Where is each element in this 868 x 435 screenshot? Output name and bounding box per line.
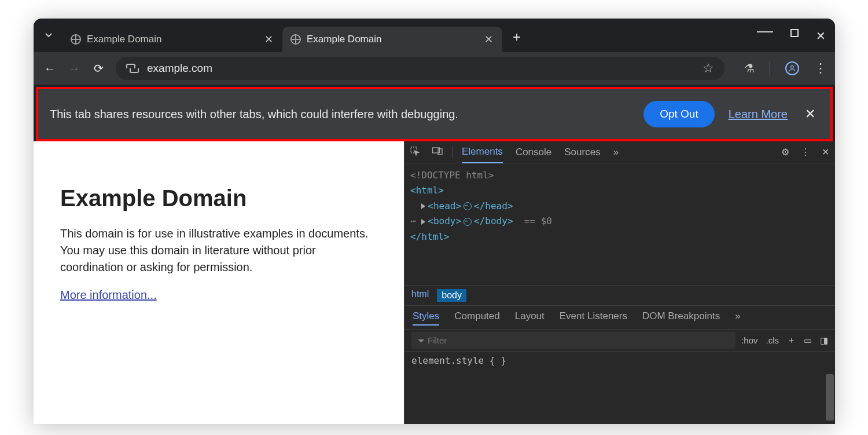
devtools-tab-sources[interactable]: Sources	[564, 142, 600, 163]
close-infobar-button[interactable]: ✕	[801, 107, 819, 122]
back-button[interactable]: ←	[43, 62, 57, 75]
bookmark-star-icon[interactable]: ☆	[703, 61, 714, 76]
tab-title: Example Domain	[87, 34, 161, 45]
omnibox[interactable]: example.com ☆	[116, 57, 724, 80]
debugging-infobar: This tab shares resources with other tab…	[38, 89, 830, 139]
styles-sub-tabs: Styles Computed Layout Event Listeners D…	[404, 306, 835, 330]
toolbar-divider	[770, 61, 770, 76]
crumb-html[interactable]: html	[411, 289, 429, 302]
dom-tree[interactable]: <!DOCTYPE html> <html> <head></head> ⋯ <…	[404, 163, 835, 285]
content-area: Example Domain This domain is for use in…	[34, 141, 835, 424]
globe-icon	[71, 34, 81, 45]
dom-doctype: <!DOCTYPE html>	[410, 170, 494, 181]
styles-filter-row: ⏷ :hov .cls ＋ ▭ ◨	[404, 330, 835, 352]
subtab-computed[interactable]: Computed	[454, 310, 499, 326]
devtools-settings-icon[interactable]: ⚙	[781, 147, 789, 158]
minimize-button[interactable]: —	[757, 29, 773, 43]
svg-point-0	[791, 65, 794, 68]
devtools-tabs: Elements Console Sources » ⚙ ⋮ ✕	[404, 141, 835, 163]
toolbar: ← → ⟳ example.com ☆ ⚗ ⋮	[34, 52, 835, 85]
subtabs-overflow[interactable]: »	[735, 310, 740, 326]
expand-triangle-icon[interactable]	[421, 219, 425, 225]
learn-more-link[interactable]: Learn More	[729, 108, 788, 121]
cls-toggle[interactable]: .cls	[766, 335, 779, 345]
device-toolbar-icon[interactable]	[432, 147, 443, 157]
inspect-element-icon[interactable]	[410, 147, 420, 158]
ellipsis-icon[interactable]	[464, 202, 472, 210]
reload-button[interactable]: ⟳	[91, 61, 105, 75]
svg-rect-3	[438, 149, 442, 155]
globe-icon	[290, 34, 301, 45]
devtools-panel: Elements Console Sources » ⚙ ⋮ ✕ <!DOCTY…	[404, 141, 835, 424]
tab-strip: Example Domain ✕ Example Domain ✕ + — ✕	[34, 19, 835, 52]
subtab-event-listeners[interactable]: Event Listeners	[560, 310, 627, 326]
ellipsis-icon[interactable]	[464, 218, 472, 226]
devtools-tab-console[interactable]: Console	[516, 142, 551, 163]
devtools-tab-elements[interactable]: Elements	[462, 141, 503, 163]
more-information-link[interactable]: More information...	[60, 288, 157, 301]
crumb-body[interactable]: body	[437, 289, 466, 302]
page-content: Example Domain This domain is for use in…	[34, 141, 404, 424]
hov-toggle[interactable]: :hov	[741, 335, 757, 345]
dom-breadcrumb: html body	[404, 285, 835, 306]
profile-button[interactable]	[785, 61, 799, 75]
experiments-icon[interactable]: ⚗	[744, 61, 755, 75]
filter-icon: ⏷	[417, 336, 425, 345]
expand-triangle-icon[interactable]	[421, 203, 425, 209]
tab-title: Example Domain	[307, 34, 381, 45]
tab-1[interactable]: Example Domain ✕	[282, 27, 502, 52]
infobar-message: This tab shares resources with other tab…	[50, 108, 630, 121]
new-style-rule-icon[interactable]: ＋	[787, 335, 796, 346]
subtab-styles[interactable]: Styles	[413, 310, 439, 326]
devtools-close-icon[interactable]: ✕	[822, 147, 829, 158]
site-settings-icon[interactable]	[126, 64, 139, 73]
subtab-dom-breakpoints[interactable]: DOM Breakpoints	[642, 310, 720, 326]
toggle-sidebar-icon[interactable]: ◨	[820, 335, 828, 346]
forward-button[interactable]: →	[67, 62, 81, 75]
more-menu-button[interactable]: ⋮	[814, 61, 826, 76]
close-window-button[interactable]: ✕	[816, 29, 826, 43]
subtab-layout[interactable]: Layout	[515, 310, 545, 326]
window-controls: — ✕	[757, 29, 826, 43]
devtools-tabs-overflow[interactable]: »	[613, 142, 619, 163]
opt-out-button[interactable]: Opt Out	[643, 101, 715, 127]
tab-0[interactable]: Example Domain ✕	[62, 27, 282, 52]
close-tab-button[interactable]: ✕	[261, 33, 277, 46]
styles-filter-input[interactable]	[411, 332, 735, 349]
page-heading: Example Domain	[60, 185, 377, 211]
infobar-highlight: This tab shares resources with other tab…	[36, 87, 833, 141]
omnibox-url: example.com	[147, 62, 212, 75]
new-tab-button[interactable]: +	[502, 29, 531, 52]
devtools-more-icon[interactable]: ⋮	[801, 147, 810, 158]
computed-styles-icon[interactable]: ▭	[804, 335, 812, 346]
page-paragraph: This domain is for use in illustrative e…	[60, 225, 377, 276]
browser-window: Example Domain ✕ Example Domain ✕ + — ✕ …	[34, 19, 835, 424]
dom-html-close: </html>	[410, 231, 449, 242]
scrollbar-thumb[interactable]	[826, 374, 834, 421]
maximize-button[interactable]	[790, 29, 799, 37]
tabs-dropdown-button[interactable]	[39, 25, 58, 44]
row-handle-icon[interactable]: ⋯	[410, 215, 416, 226]
close-tab-button[interactable]: ✕	[481, 33, 496, 46]
toolbar-right: ⚗ ⋮	[744, 61, 826, 76]
styles-pane[interactable]: element.style { }	[404, 352, 835, 370]
dom-html-open: <html>	[410, 185, 444, 196]
